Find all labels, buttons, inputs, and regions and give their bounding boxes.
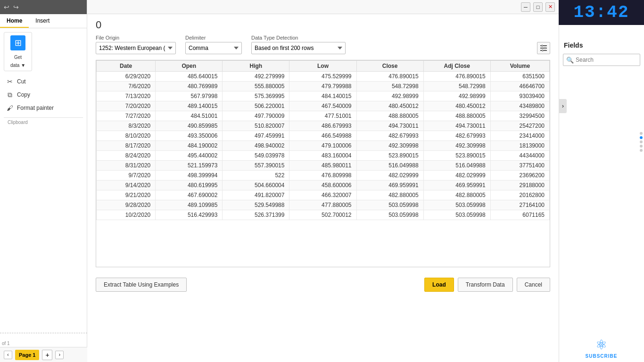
subscribe-text: SUBSCRIBE [586, 354, 618, 359]
load-button[interactable]: Load [424, 278, 454, 292]
table-cell-r10-c1: 498.399994 [156, 171, 223, 181]
footer-right: Load Transform Data Cancel [424, 278, 550, 292]
table-cell-r1-c6: 46646700 [490, 82, 549, 91]
format-painter-button[interactable]: 🖌 Format painter [4, 102, 83, 114]
table-cell-r5-c6: 25427200 [490, 121, 549, 131]
close-button[interactable]: ✕ [545, 2, 555, 12]
table-cell-r7-c0: 8/17/2020 [97, 141, 156, 151]
file-origin-select[interactable]: 1252: Western European (Windows) [96, 42, 176, 54]
table-cell-r1-c4: 548.72998 [356, 82, 423, 91]
nav-dot-4 [640, 145, 643, 148]
table-cell-r10-c6: 23696200 [490, 171, 549, 181]
tab-insert[interactable]: Insert [29, 14, 56, 28]
table-cell-r1-c3: 479.799988 [289, 82, 356, 91]
table-cell-r14-c1: 516.429993 [156, 210, 223, 220]
get-data-icon: ⊞ [10, 35, 25, 50]
table-cell-r5-c0: 8/3/2020 [97, 121, 156, 131]
page-navigation: ‹ [4, 351, 12, 359]
nav-dot-2 [640, 136, 643, 139]
table-cell-r4-c4: 488.880005 [356, 111, 423, 121]
table-cell-r7-c1: 484.190002 [156, 141, 223, 151]
nav-dot-1 [640, 132, 643, 135]
table-cell-r2-c2: 575.369995 [223, 91, 289, 101]
table-cell-r12-c0: 9/21/2020 [97, 190, 156, 200]
add-page-button[interactable]: + [42, 350, 52, 360]
search-input[interactable] [576, 57, 637, 63]
table-cell-r1-c5: 548.72998 [423, 82, 490, 91]
table-cell-r9-c2: 557.390015 [223, 161, 289, 171]
transform-data-button[interactable]: Transform Data [458, 278, 513, 292]
search-icon: 🔍 [566, 57, 574, 64]
table-cell-r0-c5: 476.890015 [423, 72, 490, 82]
table-cell-r9-c6: 37751400 [490, 161, 549, 171]
table-cell-r11-c5: 469.959991 [423, 181, 490, 190]
table-cell-r4-c3: 477.51001 [289, 111, 356, 121]
table-cell-r14-c4: 503.059998 [356, 210, 423, 220]
nav-dots [640, 132, 643, 152]
ribbon-tabs: Home Insert [0, 14, 87, 28]
table-row: 10/2/2020516.429993526.371399502.7000125… [97, 210, 550, 220]
table-cell-r14-c6: 6071165 [490, 210, 549, 220]
clock-box: 13:42 [559, 0, 644, 25]
table-cell-r12-c5: 482.880005 [423, 190, 490, 200]
delimiter-select[interactable]: Comma [185, 42, 242, 54]
table-row: 9/21/2020467.690002491.820007466.3200074… [97, 190, 550, 200]
table-cell-r4-c5: 488.880005 [423, 111, 490, 121]
table-cell-r11-c2: 504.660004 [223, 181, 289, 190]
dialog-titlebar: ─ □ ✕ [87, 0, 559, 14]
redo-button[interactable]: ↪ [13, 3, 19, 11]
copy-icon: ⧉ [6, 90, 14, 99]
ribbon: ↩ ↪ Home Insert ⊞ Get data ▼ ✂ Cut ⧉ Cop… [0, 0, 87, 362]
prev-page-button[interactable]: ‹ [4, 351, 12, 359]
column-header-volume: Volume [490, 61, 549, 72]
dialog: ─ □ ✕ 0 File Origin 1252: Western Europe… [87, 0, 559, 362]
undo-button[interactable]: ↩ [4, 3, 9, 11]
get-data-button[interactable]: ⊞ Get data ▼ [4, 32, 32, 71]
table-cell-r11-c1: 480.619995 [156, 181, 223, 190]
cancel-button[interactable]: Cancel [517, 278, 550, 292]
table-cell-r11-c6: 29188000 [490, 181, 549, 190]
copy-button[interactable]: ⧉ Copy [4, 89, 83, 100]
search-box[interactable]: 🔍 [563, 54, 640, 66]
table-cell-r0-c4: 476.890015 [356, 72, 423, 82]
table-cell-r0-c6: 6351500 [490, 72, 549, 82]
cut-button[interactable]: ✂ Cut [4, 76, 83, 87]
table-cell-r7-c3: 479.100006 [289, 141, 356, 151]
file-origin-group: File Origin 1252: Western European (Wind… [96, 35, 176, 54]
minimize-button[interactable]: ─ [521, 2, 530, 12]
table-cell-r6-c2: 497.459991 [223, 131, 289, 141]
table-cell-r1-c2: 555.880005 [223, 82, 289, 91]
data-label: data ▼ [10, 63, 25, 68]
data-type-detection-select[interactable]: Based on first 200 rows [251, 42, 346, 54]
table-cell-r10-c0: 9/7/2020 [97, 171, 156, 181]
expand-panel-button[interactable]: › [559, 99, 567, 113]
data-table-container: DateOpenHighLowCloseAdj CloseVolume 6/29… [96, 60, 550, 267]
table-row: 9/7/2020498.399994522476.809998482.02999… [97, 171, 550, 181]
table-cell-r12-c6: 20162800 [490, 190, 549, 200]
file-origin-label: File Origin [96, 35, 176, 41]
maximize-button[interactable]: □ [533, 2, 543, 12]
table-row: 8/17/2020484.190002498.940002479.1000064… [97, 141, 550, 151]
table-cell-r2-c1: 567.97998 [156, 91, 223, 101]
table-cell-r1-c1: 480.769989 [156, 82, 223, 91]
tab-home[interactable]: Home [0, 14, 29, 28]
table-cell-r8-c6: 44344000 [490, 151, 549, 161]
data-type-detection-label: Data Type Detection [251, 35, 346, 41]
undo-bar: ↩ ↪ [0, 0, 87, 14]
svg-point-4 [545, 48, 546, 49]
delimiter-group: Delimiter Comma [185, 35, 242, 54]
next-page-button[interactable]: › [55, 351, 64, 359]
table-row: 8/31/2020521.159973557.390015485.9800115… [97, 161, 550, 171]
table-cell-r0-c1: 485.640015 [156, 72, 223, 82]
right-panel: 13:42 Fields 🔍 › ⚛ SUBSCRIBE [559, 0, 644, 362]
clock-time: 13:42 [562, 3, 640, 22]
extract-table-button[interactable]: Extract Table Using Examples [96, 278, 187, 292]
svg-point-3 [542, 45, 543, 47]
dialog-number: 0 [87, 14, 559, 33]
column-header-adj-close: Adj Close [423, 61, 490, 72]
table-cell-r6-c4: 482.679993 [356, 131, 423, 141]
page-bar: ‹ Page 1 + › [0, 347, 87, 362]
table-row: 8/10/2020493.350006497.459991466.5499884… [97, 131, 550, 141]
table-cell-r9-c5: 516.049988 [423, 161, 490, 171]
settings-icon-button[interactable] [537, 42, 550, 54]
